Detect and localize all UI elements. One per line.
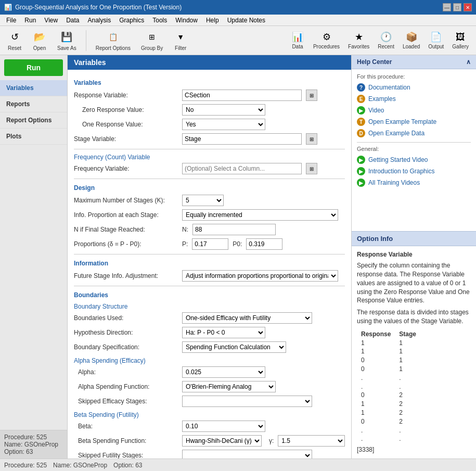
help-example-data-link[interactable]: D Open Example Data [357, 128, 471, 139]
sidebar-item-variables[interactable]: Variables [0, 80, 67, 96]
alpha-function-label: Alpha Spending Function: [74, 383, 178, 390]
recent-button[interactable]: 🕐 Recent [375, 30, 397, 50]
help-examples-link[interactable]: E Examples [357, 93, 471, 105]
boundaries-section-title: Boundaries [74, 291, 345, 299]
response-variable-picker[interactable]: ⊞ [306, 90, 317, 101]
frequency-variable-input[interactable] [182, 163, 302, 174]
future-stage-select[interactable]: Adjust information proportions proportio… [182, 270, 338, 282]
menu-item-file[interactable]: File [2, 16, 20, 25]
skipped-futility-label: Skipped Futility Stages: [74, 452, 178, 459]
alpha-label: Alpha: [74, 368, 178, 376]
close-button[interactable]: ✕ [464, 3, 472, 11]
hypothesis-row: Hypothesis Direction: Ha: P - P0 < 0 [74, 327, 345, 338]
menu-item-data[interactable]: Data [62, 16, 83, 25]
table-row: 01 [357, 365, 420, 374]
reset-button[interactable]: ↺ Reset [4, 29, 25, 52]
all-training-videos-link[interactable]: ▶ All Training Videos [357, 177, 471, 188]
stage-variable-row: Stage Variable: ⊞ [74, 133, 345, 145]
favorites-button[interactable]: ★ Favorites [345, 30, 372, 50]
help-documentation-link[interactable]: ? Documentation [357, 82, 471, 93]
open-button[interactable]: 📂 Open [29, 29, 50, 52]
boundary-spec-select[interactable]: Spending Function Calculation [182, 341, 286, 353]
menu-item-view[interactable]: View [40, 16, 62, 25]
zero-response-row: Zero Response Value: No [74, 104, 345, 116]
save-as-button[interactable]: 💾 Save As [54, 29, 80, 52]
title-bar-controls[interactable]: — □ ✕ [443, 3, 472, 11]
status-bar: Procedure: 525 Name: GSOneProp Option: 6… [0, 459, 476, 471]
boundary-spec-row: Boundary Specification: Spending Functio… [74, 341, 345, 353]
alpha-function-select[interactable]: O'Brien-Fleming Analog [182, 381, 276, 392]
n-input[interactable] [192, 224, 276, 235]
example-template-icon: T [357, 118, 365, 126]
alpha-section-title: Alpha Spending (Efficacy) [74, 357, 345, 364]
stage-variable-input[interactable] [182, 133, 302, 145]
table-row: .. [357, 426, 420, 435]
maximize-button[interactable]: □ [453, 3, 461, 11]
gamma-label: γ: [269, 437, 274, 444]
boundary-spec-label: Boundary Specification: [74, 343, 178, 351]
for-procedure-label: For this procedure: [357, 73, 471, 80]
examples-icon: E [357, 95, 365, 103]
boundaries-used-select[interactable]: One-sided Efficacy with Futility [182, 312, 312, 324]
p0-input[interactable] [246, 238, 282, 250]
gamma-select[interactable]: 1.5 [278, 435, 345, 447]
skipped-futility-select[interactable] [182, 450, 312, 459]
group-by-icon: ⊞ [145, 30, 159, 44]
reset-icon: ↺ [7, 30, 22, 44]
intro-graphics-link[interactable]: ▶ Introduction to Graphics [357, 166, 471, 177]
menu-item-analysis[interactable]: Analysis [84, 16, 115, 25]
window-title: Group-Sequential Analysis for One Propor… [15, 4, 182, 11]
filter-button[interactable]: ▼ Filter [170, 29, 191, 52]
frequency-variable-picker[interactable]: ⊞ [306, 163, 317, 174]
zero-response-select[interactable]: No [182, 104, 265, 116]
menu-item-graphics[interactable]: Graphics [115, 16, 148, 25]
response-variable-input[interactable] [182, 90, 302, 101]
panel-title: Variables [68, 55, 351, 70]
option-info-title: Response Variable [357, 250, 471, 259]
data-button[interactable]: 📊 Data [287, 30, 308, 50]
menu-item-tools[interactable]: Tools [148, 16, 171, 25]
menu-item-update-notes[interactable]: Update Notes [223, 16, 269, 25]
beta-function-select[interactable]: Hwang-Shih-DeCani (γ) [182, 435, 262, 447]
beta-label: Beta: [74, 423, 178, 430]
output-button[interactable]: 📄 Output [425, 30, 447, 50]
help-center-collapse-icon[interactable]: ∧ [466, 58, 471, 66]
divider-3 [74, 254, 345, 254]
gallery-icon: 🖼 [456, 32, 465, 43]
report-options-button[interactable]: 📋 Report Options [93, 29, 134, 52]
help-example-template-link[interactable]: T Open Example Template [357, 116, 471, 128]
getting-started-video-link[interactable]: ▶ Getting Started Video [357, 154, 471, 166]
alpha-select[interactable]: 0.025 [182, 366, 265, 378]
help-video-link[interactable]: ▶ Video [357, 105, 471, 116]
alpha-function-row: Alpha Spending Function: O'Brien-Fleming… [74, 381, 345, 392]
hypothesis-select[interactable]: Ha: P - P0 < 0 [182, 327, 265, 338]
gallery-button[interactable]: 🖼 Gallery [449, 31, 472, 50]
main-content: Run Variables Reports Report Options Plo… [0, 55, 476, 459]
menu-item-run[interactable]: Run [20, 16, 40, 25]
menu-item-window[interactable]: Window [171, 16, 202, 25]
sidebar-item-plots[interactable]: Plots [0, 129, 67, 145]
group-by-button[interactable]: ⊞ Group By [138, 29, 166, 52]
loaded-button[interactable]: 📦 Loaded [400, 30, 423, 50]
variables-section-title: Variables [74, 79, 345, 86]
menu-item-help[interactable]: Help [202, 16, 223, 25]
sidebar-item-report-options[interactable]: Report Options [0, 112, 67, 129]
skipped-efficacy-select[interactable] [182, 396, 312, 407]
stage-variable-label: Stage Variable: [74, 135, 178, 143]
p-input[interactable] [192, 238, 228, 250]
beta-select[interactable]: 0.10 [182, 421, 265, 432]
one-response-select[interactable]: Yes [182, 119, 265, 130]
sidebar-item-reports[interactable]: Reports [0, 96, 67, 112]
max-stages-select[interactable]: 5 [182, 195, 224, 206]
procedures-button[interactable]: ⚙ Procedures [310, 30, 343, 50]
table-row: 11 [357, 347, 420, 356]
info-prop-select[interactable]: Equally incremented [182, 209, 338, 221]
favorites-icon: ★ [355, 31, 363, 43]
skipped-futility-row: Skipped Futility Stages: [74, 450, 345, 459]
table-row: 12 [357, 400, 420, 409]
run-button[interactable]: Run [4, 59, 63, 76]
minimize-button[interactable]: — [443, 3, 451, 11]
recent-icon: 🕐 [380, 31, 392, 43]
stage-variable-picker[interactable]: ⊞ [306, 133, 317, 145]
frequency-variable-row: Frequency Variable: ⊞ [74, 163, 345, 174]
